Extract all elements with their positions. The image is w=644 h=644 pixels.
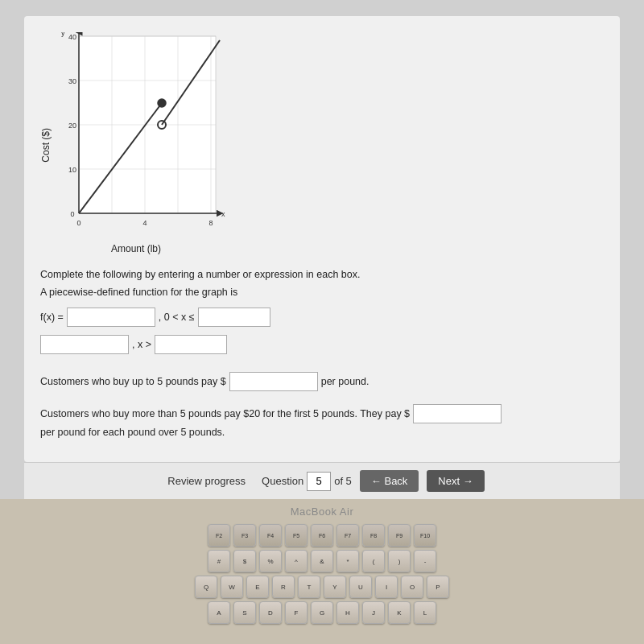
back-button[interactable]: ← Back (360, 470, 419, 492)
key-percent[interactable]: % (259, 550, 282, 572)
key-d[interactable]: D (259, 601, 282, 624)
svg-text:x: x (221, 210, 225, 218)
svg-text:0: 0 (76, 219, 80, 227)
key-k[interactable]: K (388, 601, 411, 624)
review-progress-button[interactable]: Review progress (159, 470, 254, 492)
fx-input-1[interactable] (67, 308, 155, 327)
svg-text:10: 10 (68, 166, 76, 174)
key-u[interactable]: U (349, 576, 372, 598)
of-label: of 5 (334, 475, 352, 487)
keyboard-row-asdf: A S D F G H J K L (208, 601, 436, 624)
keyboard-row-num: # $ % ^ & * ( ) - (208, 550, 436, 572)
customer-input-1[interactable] (229, 372, 318, 391)
next-button[interactable]: Next → (427, 470, 484, 492)
key-minus[interactable]: - (414, 550, 436, 572)
key-q[interactable]: Q (195, 576, 217, 598)
instructions-line1: Complete the following by entering a num… (40, 269, 604, 280)
keyboard-row-fn: F2 F3 F4 F5 F6 F7 F8 F9 F10 (208, 524, 436, 547)
customers-row-1: Customers who buy up to 5 pounds pay $ p… (40, 372, 604, 391)
keyboard-row-qwerty: Q W E R T Y U I O P (195, 576, 449, 598)
customer-input-2[interactable] (413, 404, 502, 423)
key-w[interactable]: W (221, 576, 243, 598)
key-o[interactable]: O (401, 576, 423, 598)
svg-point-24 (158, 99, 166, 107)
key-t[interactable]: T (298, 576, 320, 598)
key-f5[interactable]: F5 (285, 524, 308, 547)
fx-bound-2[interactable] (155, 335, 227, 354)
customer-line1-end: per pound. (321, 376, 369, 387)
key-p[interactable]: P (427, 576, 449, 598)
key-star[interactable]: * (336, 550, 359, 572)
key-f3[interactable]: F3 (233, 524, 256, 547)
key-g[interactable]: G (311, 601, 333, 624)
key-rparen[interactable]: ) (388, 550, 411, 572)
keyboard-area: MacBook Air F2 F3 F4 F5 F6 F7 F8 F9 F10 … (0, 499, 644, 644)
graph-column: Cost ($) (40, 32, 232, 254)
key-e[interactable]: E (246, 576, 269, 598)
screen: Cost ($) (0, 0, 644, 499)
key-r[interactable]: R (272, 576, 295, 598)
question-number-input[interactable] (307, 472, 331, 491)
key-s[interactable]: S (233, 601, 256, 624)
function-row-2: , x > (40, 335, 604, 354)
key-dollar[interactable]: $ (233, 550, 256, 572)
key-caret[interactable]: ^ (285, 550, 308, 572)
graph-container: 0 10 20 30 40 y 0 4 8 x (55, 32, 232, 242)
svg-text:40: 40 (68, 33, 76, 41)
key-hash[interactable]: # (208, 550, 230, 572)
key-f6[interactable]: F6 (311, 524, 333, 547)
graph-svg: 0 10 20 30 40 y 0 4 8 x (55, 32, 232, 242)
svg-text:20: 20 (68, 122, 76, 130)
key-f7[interactable]: F7 (336, 524, 359, 547)
customer-line2-text: Customers who buy more than 5 pounds pay… (40, 408, 410, 419)
key-f9[interactable]: F9 (388, 524, 411, 547)
nav-bar: Review progress Question of 5 ← Back Nex… (24, 462, 620, 499)
key-i[interactable]: I (375, 576, 398, 598)
key-f10[interactable]: F10 (414, 524, 436, 547)
y-axis-label: Cost ($) (40, 112, 52, 163)
svg-text:30: 30 (68, 77, 76, 85)
key-f[interactable]: F (285, 601, 308, 624)
key-y[interactable]: Y (324, 576, 346, 598)
question-label: Question (262, 475, 303, 487)
condition2-label: , x > (132, 339, 151, 350)
key-h[interactable]: H (336, 601, 359, 624)
key-lparen[interactable]: ( (362, 550, 385, 572)
key-amp[interactable]: & (311, 550, 333, 572)
key-f8[interactable]: F8 (362, 524, 385, 547)
key-l[interactable]: L (414, 601, 436, 624)
svg-text:4: 4 (142, 219, 147, 227)
key-f4[interactable]: F4 (259, 524, 282, 547)
function-label: f(x) = (40, 312, 64, 323)
function-row-1: f(x) = , 0 < x ≤ (40, 308, 604, 327)
svg-text:0: 0 (70, 210, 74, 218)
fx-bound-1[interactable] (198, 308, 270, 327)
x-axis-label: Amount (lb) (47, 243, 225, 254)
question-indicator: Question of 5 (262, 472, 352, 491)
fx-input-2[interactable] (40, 335, 129, 354)
key-f2[interactable]: F2 (208, 524, 230, 547)
svg-text:8: 8 (208, 219, 213, 227)
graph-wrapper: Cost ($) (40, 32, 604, 254)
key-a[interactable]: A (208, 601, 230, 624)
customer-line2-end: per pound for each pound over 5 pounds. (40, 427, 225, 438)
condition1-label: , 0 < x ≤ (159, 312, 195, 323)
customers-row-2: Customers who buy more than 5 pounds pay… (40, 404, 604, 438)
content-area: Cost ($) (24, 16, 620, 462)
instructions-line2: A piecewise-defined function for the gra… (40, 287, 604, 298)
macbook-label: MacBook Air (291, 506, 353, 518)
key-j[interactable]: J (362, 601, 385, 624)
customer-line1-start: Customers who buy up to 5 pounds pay $ (40, 376, 226, 387)
svg-text:y: y (61, 32, 65, 37)
